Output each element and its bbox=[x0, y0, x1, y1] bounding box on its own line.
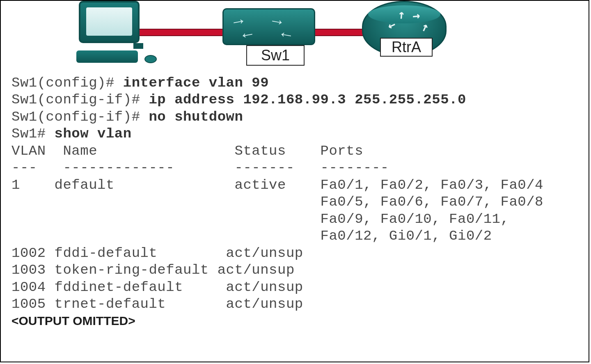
vlan-row: Fa0/9, Fa0/10, Fa0/11, bbox=[11, 211, 509, 227]
prompt: Sw1(config-if)# bbox=[11, 109, 140, 125]
screen-icon bbox=[86, 7, 132, 36]
arrow-icon: → bbox=[241, 25, 254, 45]
monitor-icon bbox=[79, 1, 140, 43]
pc-icon bbox=[75, 1, 136, 63]
router-icon: ↗ ↗ ↗ ↗ RtrA bbox=[362, 1, 447, 57]
keyboard-icon bbox=[76, 50, 138, 63]
vlan-row: 1002 fddi-default act/unsup bbox=[11, 245, 303, 261]
mouse-icon bbox=[144, 55, 157, 63]
vlan-separator: --- ------------- ------- -------- bbox=[11, 160, 389, 176]
vlan-row: 1003 token-ring-default act/unsup bbox=[11, 262, 295, 278]
vlan-row: 1 default active Fa0/1, Fa0/2, Fa0/3, Fa… bbox=[11, 177, 543, 193]
switch-body: → → → → bbox=[222, 8, 315, 45]
cmd-ip-address: ip address 192.168.99.3 255.255.255.0 bbox=[140, 92, 466, 108]
arrow-icon: → bbox=[279, 25, 292, 45]
exhibit-frame: → → → → Sw1 ↗ ↗ ↗ ↗ RtrA Sw1(config)# in… bbox=[0, 0, 589, 362]
cmd-interface-vlan: interface vlan 99 bbox=[115, 75, 269, 91]
switch-label: Sw1 bbox=[246, 45, 305, 66]
router-label: RtrA bbox=[380, 38, 433, 57]
arrow-icon: → bbox=[270, 12, 283, 32]
vlan-row: Fa0/12, Gi0/1, Gi0/2 bbox=[11, 228, 492, 244]
prompt: Sw1# bbox=[11, 126, 46, 142]
cmd-show-vlan: show vlan bbox=[46, 126, 132, 142]
cli-output: Sw1(config)# interface vlan 99 Sw1(confi… bbox=[1, 75, 589, 333]
vlan-row: 1004 fddinet-default act/unsup bbox=[11, 279, 303, 295]
cmd-no-shutdown: no shutdown bbox=[140, 109, 243, 125]
stand-icon bbox=[133, 43, 143, 49]
vlan-row: 1005 trnet-default act/unsup bbox=[11, 296, 303, 312]
output-omitted: <OUTPUT OMITTED> bbox=[11, 314, 135, 327]
vlan-header: VLAN Name Status Ports bbox=[11, 143, 363, 159]
arrow-icon: ↗ bbox=[385, 18, 398, 35]
vlan-row: Fa0/5, Fa0/6, Fa0/7, Fa0/8 bbox=[11, 194, 543, 210]
prompt: Sw1(config)# bbox=[11, 75, 115, 91]
prompt: Sw1(config-if)# bbox=[11, 92, 140, 108]
router-top: ↗ ↗ ↗ ↗ bbox=[368, 5, 440, 23]
network-topology: → → → → Sw1 ↗ ↗ ↗ ↗ RtrA bbox=[1, 1, 589, 75]
arrow-icon: ↗ bbox=[418, 18, 431, 35]
switch-icon: → → → → Sw1 bbox=[222, 8, 315, 45]
